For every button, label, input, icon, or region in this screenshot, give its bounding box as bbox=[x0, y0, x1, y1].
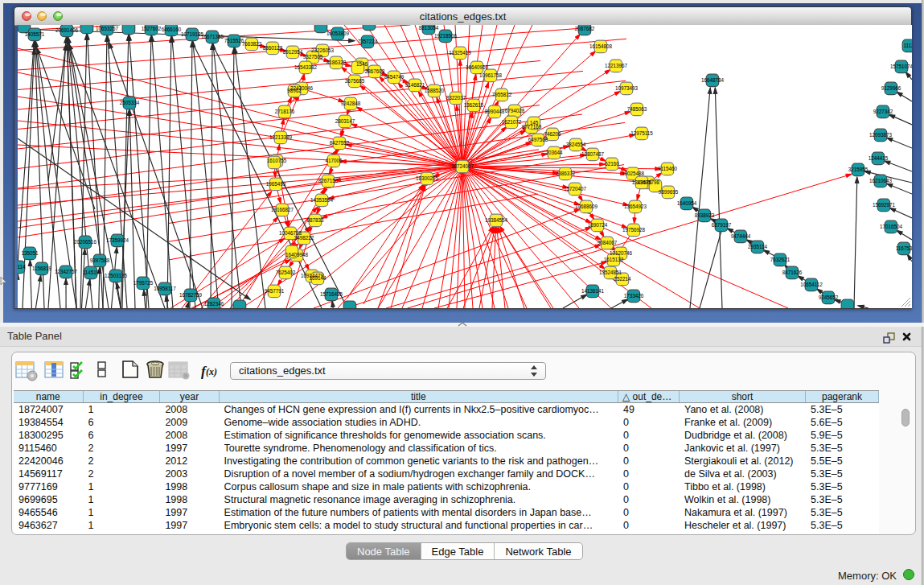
svg-text:7955812: 7955812 bbox=[492, 92, 512, 97]
svg-text:1640954: 1640954 bbox=[677, 200, 697, 206]
svg-text:10958117: 10958117 bbox=[154, 286, 176, 291]
svg-text:114519: 114519 bbox=[83, 270, 100, 275]
svg-text:9899695: 9899695 bbox=[659, 189, 679, 195]
svg-text:12093873: 12093873 bbox=[869, 132, 893, 138]
svg-text:17359924: 17359924 bbox=[106, 237, 129, 243]
svg-text:8186328: 8186328 bbox=[326, 60, 347, 65]
svg-text:135051: 135051 bbox=[21, 250, 39, 256]
svg-text:2867608: 2867608 bbox=[365, 68, 385, 74]
svg-text:8427552: 8427552 bbox=[330, 140, 350, 146]
svg-text:12213967: 12213967 bbox=[605, 63, 628, 68]
svg-text:1588520: 1588520 bbox=[425, 88, 445, 93]
svg-text:746206: 746206 bbox=[544, 131, 561, 137]
svg-text:1362615: 1362615 bbox=[464, 102, 484, 108]
svg-text:1890724: 1890724 bbox=[588, 222, 608, 228]
svg-text:1527602: 1527602 bbox=[142, 26, 162, 31]
svg-text:145: 145 bbox=[530, 120, 539, 126]
svg-text:18724007: 18724007 bbox=[451, 163, 474, 169]
svg-text:9227342: 9227342 bbox=[873, 109, 893, 114]
svg-text:16671385: 16671385 bbox=[201, 34, 224, 39]
svg-text:6794028: 6794028 bbox=[505, 108, 525, 113]
svg-text:7632621: 7632621 bbox=[770, 257, 791, 262]
svg-text:2718176: 2718176 bbox=[275, 109, 295, 114]
svg-text:9474444: 9474444 bbox=[731, 233, 751, 239]
svg-text:14353594: 14353594 bbox=[310, 197, 334, 203]
svg-text:2087682: 2087682 bbox=[575, 26, 595, 31]
svg-text:887833: 887833 bbox=[306, 217, 324, 223]
svg-text:20206516: 20206516 bbox=[74, 239, 97, 245]
svg-text:3824554: 3824554 bbox=[566, 142, 586, 147]
svg-text:10688609: 10688609 bbox=[575, 204, 598, 209]
svg-text:9084067: 9084067 bbox=[598, 240, 618, 245]
svg-text:9245652: 9245652 bbox=[819, 295, 839, 300]
svg-text:1733426: 1733426 bbox=[624, 293, 644, 299]
svg-text:15692971: 15692971 bbox=[873, 202, 896, 208]
svg-text:18300295: 18300295 bbox=[416, 175, 439, 181]
svg-text:10025488: 10025488 bbox=[622, 171, 645, 176]
svg-text:12975115: 12975115 bbox=[630, 130, 653, 136]
svg-text:19218506: 19218506 bbox=[434, 33, 458, 39]
svg-text:3215955: 3215955 bbox=[848, 167, 869, 172]
svg-text:12503135: 12503135 bbox=[105, 273, 128, 278]
svg-text:3498222: 3498222 bbox=[294, 235, 314, 241]
svg-text:10961758: 10961758 bbox=[479, 72, 503, 78]
svg-text:62160: 62160 bbox=[605, 161, 619, 167]
svg-text:9129966: 9129966 bbox=[881, 85, 901, 91]
svg-text:1615132: 1615132 bbox=[604, 257, 624, 262]
svg-text:9397588: 9397588 bbox=[90, 257, 110, 263]
svg-text:13524851: 13524851 bbox=[599, 270, 622, 275]
svg-text:39114: 39114 bbox=[18, 264, 26, 270]
svg-text:1405571: 1405571 bbox=[25, 31, 45, 37]
svg-text:1349576: 1349576 bbox=[632, 179, 652, 185]
svg-text:8938923: 8938923 bbox=[695, 212, 715, 218]
svg-text:8990448: 8990448 bbox=[485, 109, 505, 114]
svg-text:6879197: 6879197 bbox=[712, 222, 732, 228]
svg-text:252214: 252214 bbox=[614, 276, 631, 282]
svg-text:8322037: 8322037 bbox=[446, 95, 466, 101]
svg-text:8813054: 8813054 bbox=[419, 25, 439, 31]
svg-text:17016504: 17016504 bbox=[880, 224, 903, 229]
svg-text:8912954: 8912954 bbox=[283, 49, 303, 55]
svg-text:3675685: 3675685 bbox=[345, 78, 365, 84]
svg-text:2935114: 2935114 bbox=[748, 244, 768, 249]
svg-text:19384554: 19384554 bbox=[485, 217, 508, 223]
svg-text:9146821: 9146821 bbox=[405, 82, 425, 88]
svg-text:1282346: 1282346 bbox=[204, 301, 224, 307]
svg-text:16640910: 16640910 bbox=[466, 64, 489, 70]
svg-text:10654112: 10654112 bbox=[800, 282, 823, 287]
svg-text:13654923: 13654923 bbox=[624, 204, 647, 209]
svg-text:14136141: 14136141 bbox=[581, 288, 605, 294]
svg-text:8454749: 8454749 bbox=[384, 74, 405, 80]
svg-text:7357224: 7357224 bbox=[358, 39, 378, 44]
svg-text:7485063: 7485063 bbox=[627, 106, 647, 112]
svg-text:7625402: 7625402 bbox=[276, 270, 296, 275]
svg-text:1156819: 1156819 bbox=[32, 266, 52, 271]
svg-text:16154808: 16154808 bbox=[589, 43, 613, 49]
svg-text:2505334: 2505334 bbox=[120, 100, 140, 105]
svg-text:16210643: 16210643 bbox=[869, 178, 893, 183]
svg-text:15720407: 15720407 bbox=[564, 186, 587, 192]
svg-text:16409948: 16409948 bbox=[285, 252, 309, 257]
svg-text:23226053: 23226053 bbox=[311, 47, 335, 53]
svg-text:203644: 203644 bbox=[545, 150, 563, 155]
svg-text:15716485: 15716485 bbox=[320, 291, 343, 297]
svg-text:(x): (x) bbox=[206, 366, 217, 377]
svg-text:10653267: 10653267 bbox=[96, 26, 119, 31]
svg-text:1795725: 1795725 bbox=[133, 280, 154, 286]
svg-text:8860128: 8860128 bbox=[263, 45, 283, 51]
svg-text:2803147: 2803147 bbox=[335, 118, 355, 124]
svg-text:9327505: 9327505 bbox=[303, 54, 323, 60]
svg-text:98962: 98962 bbox=[287, 88, 302, 93]
svg-text:1244415: 1244415 bbox=[869, 155, 889, 161]
svg-text:1112: 1112 bbox=[903, 43, 912, 48]
svg-text:1965493: 1965493 bbox=[266, 181, 286, 187]
svg-text:8471626: 8471626 bbox=[782, 270, 803, 275]
svg-text:9457791: 9457791 bbox=[265, 288, 285, 294]
svg-text:10973493: 10973493 bbox=[615, 85, 639, 91]
svg-text:1610755: 1610755 bbox=[267, 158, 287, 163]
svg-text:8267150: 8267150 bbox=[318, 178, 339, 183]
svg-text:116753: 116753 bbox=[896, 245, 912, 251]
svg-text:16543382: 16543382 bbox=[294, 64, 318, 70]
svg-text:169144: 169144 bbox=[309, 275, 326, 281]
svg-text:16053809: 16053809 bbox=[326, 31, 350, 36]
